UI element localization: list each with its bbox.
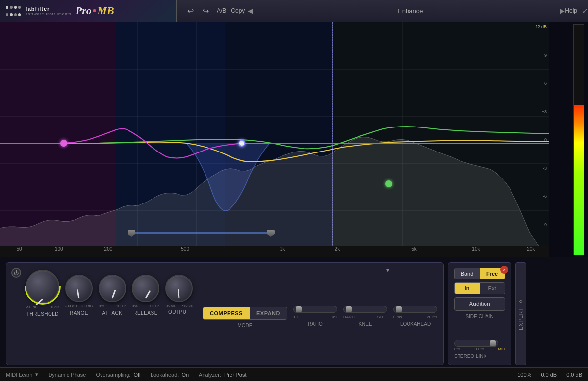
ratio-min: 1:1 <box>293 315 299 319</box>
range-indicator <box>77 289 79 298</box>
attack-label: ATTACK <box>102 310 123 316</box>
threshold-range: -90 dB 0 dB <box>26 305 59 309</box>
expand-button[interactable]: EXPAND <box>250 307 287 319</box>
oversampling-value[interactable]: Off <box>133 372 140 378</box>
product-pro: Pro <box>76 4 92 17</box>
release-indicator <box>145 290 151 299</box>
help-button[interactable]: Help <box>565 7 577 14</box>
ratio-label: RATIO <box>308 321 323 327</box>
knee-section: HARD SOFT KNEE <box>343 272 387 327</box>
logo-icon <box>6 3 21 18</box>
power-button[interactable] <box>11 268 21 278</box>
attack-knob[interactable] <box>99 275 126 302</box>
freq-label-500: 500 <box>181 246 189 252</box>
db2-item: 0.0 dB <box>566 372 582 378</box>
output-knob[interactable] <box>165 275 193 302</box>
stereo-link-slider[interactable] <box>454 340 498 347</box>
logo-dot <box>10 6 12 9</box>
stereo-labels: 0% 100% MID <box>454 347 505 351</box>
lookahead-slider[interactable] <box>393 306 437 313</box>
range-handle-right[interactable] <box>267 230 275 237</box>
release-range: 0% 100% <box>132 304 159 308</box>
copy-button[interactable]: Copy <box>231 7 245 14</box>
lookahead-max: 20 ms <box>427 315 437 319</box>
expert-panel[interactable]: « EXPERT <box>515 262 526 365</box>
output-group: -30 dB +30 dB OUTPUT <box>165 275 193 315</box>
close-button[interactable]: × <box>500 266 508 274</box>
output-min: -30 dB <box>165 304 176 307</box>
audition-button[interactable]: Audition <box>454 297 505 311</box>
expand-button[interactable]: ⤢ <box>582 7 588 15</box>
analyzer-value[interactable]: Pre+Post <box>224 372 247 378</box>
ratio-section: 1:1 ∞:1 RATIO <box>293 272 337 327</box>
status-bar: MIDI Learn ▾ Dynamic Phase Oversampling:… <box>0 367 588 381</box>
logo-dot <box>18 13 21 16</box>
range-handle-left[interactable] <box>128 230 135 237</box>
range-knob[interactable] <box>65 275 93 302</box>
release-min: 0% <box>132 304 138 308</box>
attack-group: 0% 100% ATTACK <box>99 275 126 316</box>
stereo-link-label: STEREO LINK <box>454 354 486 359</box>
band-handle-3[interactable] <box>385 180 392 187</box>
next-button[interactable]: ▶ <box>560 7 565 15</box>
expert-label: EXPERT <box>518 307 524 330</box>
logo-dot <box>6 6 8 9</box>
threshold-group: -90 dB 0 dB THRESHOLD <box>26 270 59 317</box>
freq-label-50: 50 <box>17 246 22 252</box>
threshold-knob[interactable] <box>26 270 59 303</box>
prev-button[interactable]: ◀ <box>248 7 253 15</box>
knee-slider[interactable] <box>343 306 387 313</box>
stereo-link-section: 0% 100% MID STEREO LINK <box>454 340 505 360</box>
range-max: +30 dB <box>80 304 93 308</box>
analyzer-item: Analyzer: Pre+Post <box>199 372 246 378</box>
logo-dot <box>10 13 12 16</box>
lookahead-label: LOOKAHEAD <box>400 321 431 327</box>
lookahead-labels: 0 ms 20 ms <box>393 315 437 319</box>
meter-bars: -2.2 -10 -20 -30 -40 -50 -60 -70 -80 -90… <box>549 22 588 257</box>
dynamic-phase-item[interactable]: Dynamic Phase <box>48 372 86 378</box>
ext-button[interactable]: Ext <box>480 283 505 294</box>
freq-label-20k: 20k <box>527 246 535 252</box>
band-handle-2[interactable] <box>238 140 245 147</box>
level-meter: -2.2 -10 -20 -30 -40 -50 -60 -70 -80 -90… <box>549 22 588 257</box>
ratio-slider[interactable] <box>293 306 337 313</box>
output-label: OUTPUT <box>168 309 190 315</box>
attack-max: 100% <box>116 304 126 308</box>
knee-max: SOFT <box>377 315 387 319</box>
attack-min: 0% <box>99 304 104 308</box>
freq-axis: 50 100 200 500 1k 2k 5k 10k 20k <box>0 246 549 257</box>
header: fabfilter software instruments Pro • MB … <box>0 0 588 22</box>
product-mb: MB <box>98 4 114 17</box>
mode-section: COMPRESS EXPAND MODE <box>203 272 287 328</box>
analyzer-label: Analyzer: <box>199 372 221 378</box>
output-dropdown[interactable]: ▾ <box>386 267 389 274</box>
lookahead-min: 0 ms <box>393 315 402 319</box>
range-label: RANGE <box>70 310 88 316</box>
midi-learn-button[interactable]: MIDI Learn <box>6 372 32 378</box>
lookahead-status-label: Lookahead: <box>151 372 179 378</box>
compress-button[interactable]: COMPRESS <box>203 307 250 319</box>
band-handle-1[interactable] <box>60 140 67 147</box>
range-slider[interactable] <box>128 229 275 238</box>
dynamic-phase-label: Dynamic Phase <box>48 372 86 378</box>
redo-button[interactable]: ↪ <box>200 4 212 18</box>
output-max: +30 dB <box>182 304 193 307</box>
ratio-labels: 1:1 ∞:1 <box>293 315 337 319</box>
in-button[interactable]: In <box>455 283 480 294</box>
undo-button[interactable]: ↩ <box>184 4 197 18</box>
zoom-value: 100% <box>517 372 531 378</box>
knee-thumb <box>346 306 352 312</box>
release-max: 100% <box>150 304 159 308</box>
expert-arrows-icon: « <box>519 298 523 305</box>
mode-buttons: COMPRESS EXPAND <box>203 307 287 320</box>
freq-label-10k: 10k <box>472 246 480 252</box>
release-knob[interactable] <box>132 275 159 302</box>
sidechain-label: SIDE CHAIN <box>454 314 505 319</box>
band-button[interactable]: Band <box>455 268 480 279</box>
brand-sub: software instruments <box>26 12 72 16</box>
product-dot: • <box>93 4 97 17</box>
oversampling-item: Oversampling: Off <box>96 372 140 378</box>
lookahead-status-value[interactable]: On <box>181 372 189 378</box>
output-indicator <box>178 289 180 298</box>
db1-item: 0.0 dB <box>541 372 557 378</box>
